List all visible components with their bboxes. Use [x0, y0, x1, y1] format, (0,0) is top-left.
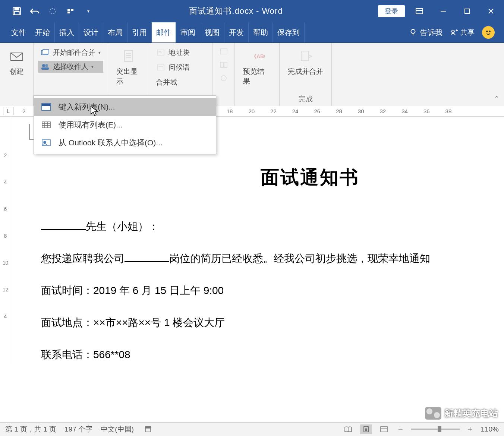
- qat-dropdown-icon[interactable]: ▾: [83, 6, 94, 17]
- ribbon-display-icon[interactable]: [410, 4, 429, 19]
- finish-group-label: 完成: [299, 94, 313, 104]
- tab-help[interactable]: 帮助: [249, 22, 273, 42]
- update-labels-icon: [219, 73, 229, 83]
- svg-rect-5: [71, 9, 73, 11]
- minimize-button[interactable]: [434, 4, 453, 19]
- greeting-line-label: 问候语: [168, 63, 190, 72]
- new-list-icon: [41, 102, 52, 111]
- language-indicator[interactable]: 中文(中国): [101, 424, 134, 434]
- tab-references[interactable]: 引用: [127, 22, 152, 42]
- page-info[interactable]: 第 1 页，共 1 页: [5, 424, 56, 434]
- share-button[interactable]: 共享: [450, 28, 475, 37]
- tell-me-search[interactable]: 告诉我: [409, 28, 442, 38]
- read-mode-icon[interactable]: [342, 424, 354, 434]
- save-icon[interactable]: [11, 6, 22, 17]
- menu-use-existing-list[interactable]: 使用现有列表(E)...: [34, 116, 216, 134]
- address-icon: [156, 48, 166, 57]
- svg-rect-35: [220, 49, 227, 54]
- document-icon: [120, 48, 137, 64]
- address-block-button: 地址块: [154, 47, 208, 59]
- status-bar: 第 1 页，共 1 页 197 个字 中文(中国) − + 110%: [0, 422, 504, 436]
- preview-results-label: 预览结果: [243, 67, 271, 86]
- title-bar: ▾ 面试通知书.docx - Word 登录: [0, 0, 504, 22]
- watermark-text: 新精英充电站: [444, 407, 498, 419]
- menu-type-new-list[interactable]: 键入新列表(N)...: [34, 98, 216, 116]
- svg-rect-49: [42, 140, 50, 146]
- tab-review[interactable]: 审阅: [176, 22, 200, 42]
- qat-more-icon[interactable]: [65, 6, 76, 17]
- menu-type-new-list-label: 键入新列表(N)...: [59, 102, 115, 112]
- tab-mailings[interactable]: 邮件: [152, 22, 176, 42]
- tab-insert[interactable]: 插入: [55, 22, 79, 42]
- svg-point-50: [44, 141, 46, 143]
- merge-field-label: 合并域: [156, 78, 177, 87]
- doc-location-line: 面试地点：××市××路××号 1 楼会议大厅: [41, 312, 482, 333]
- zoom-out-button[interactable]: −: [396, 424, 405, 434]
- doc-phone-line: 联系电话：566**08: [41, 344, 482, 365]
- login-button[interactable]: 登录: [378, 5, 405, 17]
- doc-salutation: 先生（小姐）：: [41, 216, 482, 237]
- existing-list-icon: [41, 120, 52, 129]
- collapse-ribbon-icon[interactable]: ⌃: [494, 95, 500, 103]
- ribbon-tabs: 文件 开始 插入 设计 布局 引用 邮件 审阅 视图 开发 帮助 保存到 告诉我…: [0, 22, 504, 43]
- web-layout-icon[interactable]: [378, 424, 390, 434]
- svg-rect-33: [157, 65, 164, 70]
- tab-layout[interactable]: 布局: [103, 22, 127, 42]
- word-count[interactable]: 197 个字: [64, 424, 92, 434]
- maximize-button[interactable]: [458, 4, 476, 19]
- start-mail-merge-button[interactable]: 开始邮件合并 ▾: [38, 47, 103, 59]
- select-recipients-label: 选择收件人: [53, 62, 88, 72]
- tab-savebd[interactable]: 保存到: [273, 22, 305, 42]
- print-layout-icon[interactable]: [360, 424, 372, 434]
- macro-recording-icon[interactable]: [142, 424, 154, 434]
- window-controls: 登录: [378, 4, 500, 19]
- feedback-smiley-icon[interactable]: [482, 26, 495, 39]
- svg-point-18: [486, 31, 488, 32]
- svg-text:《ABC》: 《ABC》: [251, 53, 265, 59]
- mail-merge-icon: [40, 48, 50, 57]
- create-envelopes-button[interactable]: 创建: [5, 47, 29, 78]
- svg-rect-30: [157, 50, 164, 55]
- svg-rect-4: [67, 9, 70, 11]
- tab-home[interactable]: 开始: [31, 22, 55, 42]
- quick-access-toolbar: ▾: [4, 6, 94, 17]
- tab-design[interactable]: 设计: [79, 22, 103, 42]
- undo-icon[interactable]: [29, 6, 40, 17]
- svg-point-23: [42, 64, 45, 67]
- zoom-level[interactable]: 110%: [481, 425, 499, 433]
- finish-merge-label: 完成并合并: [288, 67, 323, 76]
- close-button[interactable]: [482, 4, 500, 19]
- edit-recipient-list-button: 突出显示: [113, 47, 144, 88]
- menu-outlook-contacts-label: 从 Outlook 联系人中选择(O)...: [59, 138, 163, 148]
- envelope-icon: [9, 48, 25, 64]
- tab-developer[interactable]: 开发: [224, 22, 249, 42]
- vertical-ruler[interactable]: 2 4 6 8 10 12 4: [0, 117, 11, 363]
- tell-me-label: 告诉我: [420, 28, 442, 38]
- watermark-logo-icon: [425, 407, 441, 420]
- svg-rect-7: [416, 9, 423, 14]
- svg-rect-10: [465, 9, 469, 13]
- share-label: 共享: [460, 28, 475, 37]
- svg-rect-6: [67, 12, 70, 13]
- preview-results-button: 《ABC》 预览结果: [239, 47, 275, 88]
- svg-rect-25: [41, 67, 49, 70]
- doc-time-line: 面试时间：2019 年 6 月 15 日上午 9:00: [41, 280, 482, 301]
- zoom-slider[interactable]: [411, 429, 460, 430]
- menu-outlook-contacts[interactable]: 从 Outlook 联系人中选择(O)...: [34, 134, 216, 152]
- tab-file[interactable]: 文件: [7, 22, 31, 42]
- tab-selector[interactable]: L: [3, 107, 13, 115]
- svg-rect-2: [15, 12, 19, 15]
- start-mail-merge-label: 开始邮件合并: [53, 48, 95, 57]
- svg-point-13: [411, 29, 415, 34]
- svg-rect-36: [220, 62, 223, 67]
- select-recipients-button[interactable]: 选择收件人 ▾: [38, 61, 103, 73]
- redo-icon[interactable]: [47, 6, 58, 17]
- match-fields-icon: [219, 60, 229, 70]
- svg-rect-58: [381, 427, 387, 432]
- svg-rect-43: [42, 104, 50, 106]
- svg-point-15: [452, 30, 454, 33]
- tab-view[interactable]: 视图: [200, 22, 224, 42]
- svg-point-3: [50, 9, 56, 14]
- zoom-in-button[interactable]: +: [466, 424, 475, 434]
- recipients-icon: [40, 62, 50, 72]
